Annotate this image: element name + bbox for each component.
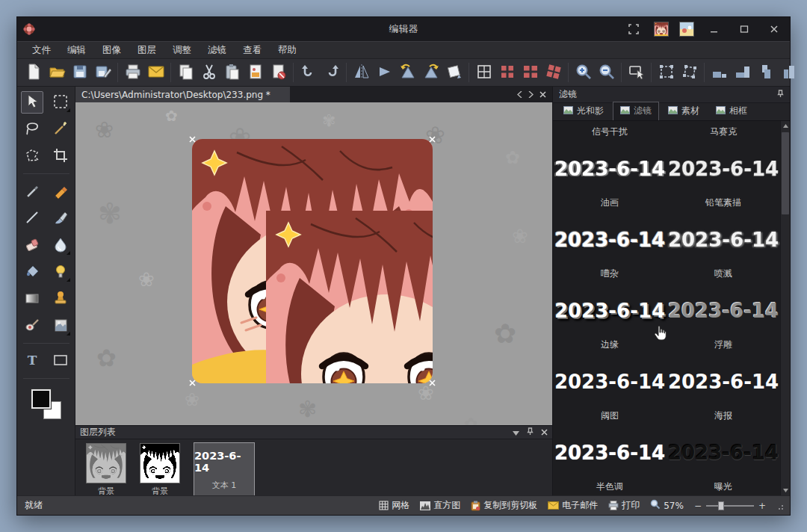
menu-item-3[interactable]: 图像 [95, 42, 129, 59]
print-button[interactable] [121, 61, 144, 84]
blur-drop-tool[interactable] [49, 234, 72, 256]
filter-item[interactable]: 2023-6-14铅笔素描 [667, 147, 780, 218]
smudge-tool[interactable] [21, 315, 43, 337]
magic-wand-tool[interactable] [49, 118, 72, 140]
splice-horizontal-button[interactable] [519, 61, 542, 84]
menu-item-4[interactable]: 图层 [130, 42, 164, 59]
tab-scroll-left-icon[interactable] [517, 90, 522, 100]
document-tab[interactable]: C:\Users\Administrator\Desktop\233.png * [75, 87, 290, 102]
zoom-out-button[interactable]: − [694, 501, 702, 511]
filter-tab-1[interactable]: 光和影 [556, 102, 611, 120]
pointer-tool[interactable] [21, 91, 43, 114]
open-file-button[interactable] [45, 61, 68, 84]
transform-distort-button[interactable] [678, 61, 701, 84]
free-rotate-button[interactable] [442, 61, 466, 84]
splice-diagonal-button[interactable] [542, 61, 565, 84]
status-button-3[interactable]: 复制到剪切板 [471, 499, 537, 512]
selection-handle-top-left[interactable] [189, 136, 196, 143]
join-corner-button[interactable] [731, 61, 754, 84]
tab-close-icon[interactable] [539, 90, 546, 100]
filter-tab-2[interactable]: 滤镜 [613, 102, 659, 120]
scroll-thumb[interactable] [782, 132, 789, 214]
filter-item[interactable]: 2023-6-14嘈杂 [553, 218, 667, 289]
pattern-tool[interactable] [49, 315, 72, 337]
shape-rect-tool[interactable] [49, 350, 72, 372]
scroll-up-icon[interactable] [781, 121, 790, 131]
selection-handle-top-right[interactable] [429, 136, 436, 143]
layer-item[interactable]: 背景 [140, 443, 180, 497]
filter-item[interactable]: 2023-6-14马赛克 [667, 121, 780, 147]
email-button[interactable] [144, 61, 167, 84]
foreground-color-swatch[interactable] [31, 389, 51, 409]
zoom-in-button[interactable] [572, 61, 595, 84]
fill-bucket-tool[interactable] [21, 261, 43, 283]
polygon-select-tool[interactable] [21, 145, 43, 167]
menu-item-1[interactable]: 文件 [25, 42, 58, 59]
lighting-tool[interactable] [49, 261, 72, 283]
lasso-tool[interactable] [21, 118, 43, 140]
status-button-2[interactable]: 直方图 [420, 499, 460, 512]
cut-button[interactable] [197, 61, 220, 84]
selection-handle-bottom-right[interactable] [429, 380, 436, 386]
redo-button[interactable] [320, 61, 343, 84]
save-as-button[interactable] [91, 61, 114, 84]
layer-item-text[interactable]: 2023-6-14文本 1 [194, 442, 255, 498]
close-button[interactable] [764, 22, 784, 37]
new-file-button[interactable] [22, 61, 45, 84]
minimize-button[interactable] [705, 22, 724, 37]
save-button[interactable] [68, 61, 91, 84]
grid-view-button[interactable] [472, 61, 495, 84]
filter-item[interactable]: 2023-6-14曝光 [667, 431, 780, 495]
layers-menu-icon[interactable] [513, 427, 519, 438]
menu-item-2[interactable]: 编辑 [60, 42, 93, 59]
filter-tab-3[interactable]: 素材 [661, 102, 707, 120]
join-side-button[interactable] [777, 61, 800, 84]
open-document-thumbnail[interactable] [654, 22, 669, 37]
filter-item[interactable]: 2023-6-14浮雕 [667, 289, 780, 360]
scroll-down-icon[interactable] [781, 486, 790, 495]
filter-item[interactable]: 2023-6-14海报 [667, 360, 780, 431]
filter-scrollbar[interactable] [780, 121, 790, 495]
filter-item[interactable]: 2023-6-14油画 [553, 147, 667, 218]
marquee-select-tool[interactable] [49, 91, 72, 114]
menu-item-6[interactable]: 滤镜 [200, 42, 234, 59]
delete-button[interactable] [267, 61, 290, 84]
menu-item-5[interactable]: 调整 [165, 42, 199, 59]
edited-image[interactable] [192, 139, 433, 383]
selection-handle-bottom-left[interactable] [189, 380, 196, 386]
canvas-area[interactable]: ✿✾❀✿❀✾❀✿❀✾✿❀✾❀✿❀ [75, 102, 552, 425]
paste-image-button[interactable] [244, 61, 267, 84]
flip-vertical-button[interactable] [373, 61, 396, 84]
zoom-in-button[interactable]: + [758, 501, 766, 511]
gradient-tool[interactable] [21, 288, 43, 310]
filter-item[interactable]: 2023-6-14喷溅 [667, 218, 780, 289]
paste-button[interactable] [220, 61, 244, 84]
filter-item[interactable]: 2023-6-14边缘 [553, 289, 667, 360]
layer-item[interactable]: 背景 [86, 443, 126, 497]
tab-scroll-right-icon[interactable] [528, 90, 534, 100]
open-document-thumbnail-2[interactable] [679, 22, 694, 37]
fullscreen-button[interactable] [624, 22, 643, 37]
status-button-5[interactable]: 打印 [608, 499, 640, 512]
copy-button[interactable] [174, 61, 197, 84]
crop-tool[interactable] [49, 145, 72, 167]
status-button-4[interactable]: 电子邮件 [548, 499, 598, 512]
menu-item-8[interactable]: 帮助 [270, 42, 304, 59]
zoom-slider-thumb[interactable] [718, 501, 724, 510]
flip-horizontal-button[interactable] [350, 61, 373, 84]
filters-pin-icon[interactable] [777, 90, 784, 100]
zoom-out-button[interactable] [595, 61, 618, 84]
zoom-slider[interactable] [706, 505, 754, 507]
pen-tool[interactable] [21, 180, 43, 202]
filter-tab-4[interactable]: 相框 [708, 102, 755, 120]
filter-item[interactable]: 2023-6-14信号干扰 [553, 121, 667, 147]
layers-close-icon[interactable] [541, 427, 548, 438]
layers-pin-icon[interactable] [527, 427, 534, 438]
color-swatches[interactable] [31, 389, 61, 419]
eraser-tool[interactable] [21, 234, 43, 256]
pencil-tool[interactable] [49, 180, 72, 202]
filter-item[interactable]: 2023-6-14阈图 [553, 360, 667, 431]
text-tool[interactable]: T [21, 350, 43, 372]
rotate-left-button[interactable] [396, 61, 419, 84]
join-vertical-button[interactable] [754, 61, 777, 84]
